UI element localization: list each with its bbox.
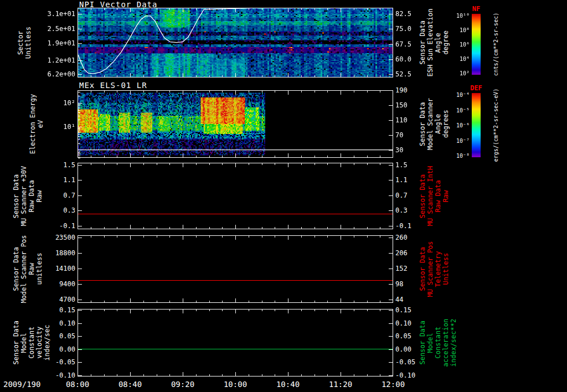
x-tick-mark [196,301,197,302]
axis-title-sector: Sector Unitless [17,27,32,59]
y-tick-label: -0.10 [395,372,424,379]
y-tick-label: 23500 [47,234,75,241]
y-tick-mark [78,226,82,226]
y-minor-tick-mark [78,92,80,92]
x-tick-mark [315,163,315,165]
y-tick-label: 2.5e+01 [47,25,75,33]
x-tick-mark [117,374,117,376]
x-tick-mark [249,8,249,10]
colorbar-def-units: ergs/(cm**2-sr-sec-eV) [493,89,499,162]
model-scanner-pos-raw-line [78,280,393,281]
x-tick-mark [196,8,197,10]
x-tick-mark [262,227,262,229]
x-tick-mark [130,236,131,240]
x-tick-mark [183,163,183,167]
x-tick-mark [380,163,380,165]
y-minor-tick-mark [78,156,80,156]
x-tick-mark [104,301,105,302]
y-tick-label: 75.0 [395,25,424,33]
y-tick-label: 0.00 [47,345,75,353]
x-tick-mark [91,91,91,92]
x-tick-mark [262,75,262,77]
x-tick-mark [367,374,368,376]
y-tick-label: 110 [395,116,424,124]
x-tick-mark [341,372,341,376]
x-tick-mark [354,156,354,157]
x-tick-mark [143,156,144,157]
colorbar-tick-label: 10² [447,70,470,76]
y-tick-mark [389,105,393,106]
x-tick-mark [288,153,288,157]
plot-panel-3 [78,163,393,229]
colorbar-tick-label: 10⁻⁸ [447,153,470,159]
x-tick-mark [130,163,131,167]
x-tick-mark [327,163,328,165]
x-tick-mark [341,153,341,157]
x-tick-mark [222,227,223,229]
x-tick-mark [249,91,249,92]
y-tick-label: 0.05 [395,332,424,340]
y-tick-label: 0.10 [395,319,424,327]
plot-panel-5 [78,309,393,376]
y-tick-label: 0.00 [395,345,424,353]
y-tick-label: -0.05 [47,358,75,366]
axis-title-model-constant-velocity: Sensor Data Model Constant velocity inde… [12,318,51,368]
x-tick-mark [117,310,117,311]
x-tick-mark [301,310,302,311]
y-minor-tick-mark [78,112,80,113]
x-tick-mark [288,91,288,95]
x-tick-mark [341,298,341,302]
x-tick-mark [169,91,170,92]
x-tick-mark [275,75,275,77]
x-tick-mark [91,156,91,157]
x-tick-mark [104,310,105,311]
x-tick-mark [262,310,262,311]
x-tick-mark [196,156,197,157]
x-tick-mark [222,156,223,157]
x-tick-mark [130,310,131,313]
x-tick-mark [315,91,315,92]
x-tick-mark [315,227,315,229]
x-tick-mark [157,75,157,77]
y-tick-label: 0.05 [47,332,75,340]
x-tick-mark [341,163,341,167]
x-tick-mark [222,8,223,10]
x-tick-mark [315,236,315,238]
x-tick-mark [235,73,236,77]
x-tick-mark [157,91,157,92]
x-tick-mark [169,236,170,238]
x-tick-mark [262,236,262,238]
x-tick-mark [222,301,223,302]
x-tick-mark [143,91,144,92]
y-tick-mark [389,226,393,226]
x-tick-mark [380,301,380,302]
x-tick-mark [157,301,157,302]
x-tick-mark [209,301,210,302]
x-tick-mark [327,227,328,229]
x-tick-mark [327,75,328,77]
x-tick-mark [341,236,341,240]
x-tick-mark [157,236,157,238]
axis-title-mu-scanner-30v: Sensor Data MU Scanner +30V Raw Data Raw [12,166,43,226]
x-tick-mark [169,374,170,376]
y-tick-mark [389,323,393,324]
x-tick-mark [235,153,236,157]
x-tick-mark [130,225,131,229]
x-tick-mark [157,8,157,10]
y-tick-label: 0.3 [47,207,75,214]
x-tick-mark [235,372,236,376]
x-tick-mark [222,236,223,238]
x-tick-mark [222,163,223,165]
x-tick-mark [367,236,368,238]
x-tick-mark [301,156,302,157]
x-tick-mark [354,163,354,165]
y-minor-tick-mark [78,107,80,107]
y-tick-label: 9400 [47,280,75,288]
y-tick-mark [389,135,393,136]
y-minor-tick-mark [78,96,80,96]
x-tick-mark [301,301,302,302]
x-tick-mark [104,75,105,77]
y-tick-label: -0.1 [47,222,75,230]
x-tick-mark [117,75,117,77]
y-tick-label: 1.1 [395,176,424,184]
